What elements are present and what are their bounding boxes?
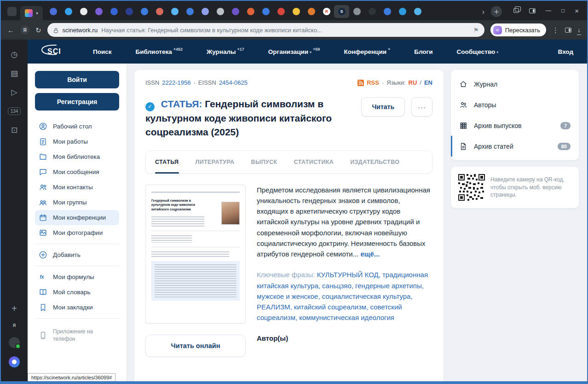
- retell-button[interactable]: « Пересказать: [490, 23, 546, 36]
- tab-favicon[interactable]: Я: [319, 5, 334, 18]
- tab-favicon[interactable]: [395, 5, 410, 18]
- nav-item-conferences[interactable]: Конференции+: [344, 48, 390, 55]
- notes-icon[interactable]: ▤: [11, 70, 18, 77]
- sidebar-item-messages[interactable]: Мои сообщения: [35, 164, 119, 180]
- counter-badge[interactable]: 134: [8, 107, 21, 115]
- sidebar-item-photos[interactable]: Мои фотографии: [35, 225, 119, 240]
- maximize-button[interactable]: □: [561, 8, 565, 13]
- tab-favicon[interactable]: [228, 5, 243, 18]
- article-tab[interactable]: СТАТЬЯ: [155, 151, 179, 173]
- contacts-icon: [39, 183, 47, 192]
- lang-en-link[interactable]: EN: [424, 79, 432, 86]
- article-tab[interactable]: ЛИТЕРАТУРА: [196, 151, 235, 173]
- refresh-icon[interactable]: ↻: [35, 27, 41, 34]
- sidebar-item-conferences[interactable]: Мои конференции: [35, 210, 119, 225]
- kebab-menu-icon[interactable]: ⋮: [552, 27, 559, 34]
- tab-favicon[interactable]: [106, 5, 121, 18]
- tab-favicon[interactable]: [91, 5, 106, 18]
- more-options-button[interactable]: ···: [411, 97, 432, 116]
- minimize-button[interactable]: —: [546, 8, 551, 13]
- sidebar-item-works[interactable]: Мои работы: [35, 134, 119, 149]
- sidebar-item-add[interactable]: Добавить: [35, 247, 119, 262]
- tab-favicon[interactable]: S: [334, 5, 349, 18]
- tab-favicon[interactable]: [258, 5, 273, 18]
- sidebar-item-bookmarks[interactable]: Мои закладки: [35, 300, 119, 315]
- sidebar-item-library[interactable]: Моя библиотека: [35, 149, 119, 164]
- nav-label: Конференции: [344, 48, 386, 55]
- tab-favicon[interactable]: [167, 5, 182, 18]
- tab-favicon[interactable]: [380, 5, 395, 18]
- alice-icon[interactable]: [9, 356, 20, 367]
- login-button[interactable]: Войти: [35, 71, 119, 88]
- nav-item-organizations[interactable]: Организации▾+59: [268, 48, 320, 55]
- site-logo[interactable]: SCI: [40, 44, 69, 59]
- read-button[interactable]: Читать: [361, 97, 405, 116]
- collections-icon[interactable]: [565, 28, 571, 33]
- right-nav-item-grid[interactable]: Архив выпусков7: [451, 115, 579, 136]
- nav-item-blogs[interactable]: Блоги: [414, 48, 432, 55]
- sidebar-item-formulas[interactable]: fxМои формулы: [35, 269, 119, 285]
- sidebar-item-phone[interactable]: Приложение на телефон: [35, 328, 119, 343]
- sidebar-item-desktop[interactable]: Рабочий стол: [35, 119, 119, 134]
- tab-favicon[interactable]: [243, 5, 258, 18]
- right-nav-item-home[interactable]: Журнал: [451, 74, 579, 94]
- tab-favicon[interactable]: [410, 5, 425, 18]
- tab-favicon[interactable]: [273, 5, 288, 18]
- address-bar[interactable]: scinetwork.ru Научная статья: Гендерный …: [47, 23, 484, 37]
- article-preview[interactable]: Гендерный символизм в культурном коде жи…: [145, 185, 246, 324]
- yandex-button[interactable]: Я: [20, 25, 29, 35]
- more-link[interactable]: ещё...: [360, 250, 380, 258]
- history-icon[interactable]: ◷: [11, 51, 18, 58]
- issn-link[interactable]: 2222-1956: [162, 79, 190, 86]
- article-tab[interactable]: ИЗДАТЕЛЬСТВО: [350, 151, 399, 173]
- rss-link[interactable]: RSS: [367, 79, 379, 86]
- profile-avatar[interactable]: [9, 337, 20, 348]
- tab-favicon[interactable]: [46, 5, 61, 18]
- lang-ru-link[interactable]: RU: [409, 79, 417, 86]
- sidebar-item-groups[interactable]: Мои группы: [35, 195, 119, 210]
- tab-favicon[interactable]: [152, 5, 167, 18]
- tab-favicon[interactable]: [61, 5, 76, 18]
- tab-favicon[interactable]: [121, 5, 137, 18]
- nav-item-community[interactable]: Сообщество▾: [457, 48, 499, 55]
- tab-favicon[interactable]: [364, 5, 380, 18]
- article-tab[interactable]: ВЫПУСК: [251, 151, 277, 173]
- yandex-mini-icon[interactable]: я: [13, 322, 16, 328]
- eissn-link[interactable]: 2454-0625: [219, 79, 248, 86]
- favicon-glyph: [171, 8, 179, 15]
- active-tab[interactable]: ▾: [20, 6, 43, 20]
- side-panel-icon[interactable]: [529, 8, 536, 13]
- right-nav-item-authors[interactable]: Авторы: [451, 94, 579, 115]
- overlap-windows-icon[interactable]: [513, 8, 519, 13]
- read-online-button[interactable]: Читать онлайн: [145, 335, 246, 357]
- tab-favicon[interactable]: [182, 5, 197, 18]
- screenshot-icon[interactable]: ⊡: [11, 126, 17, 134]
- sidebar-item-dictionary[interactable]: Мой словарь: [35, 285, 119, 300]
- chevron-down-icon[interactable]: ▾: [36, 11, 38, 16]
- tab-favicon[interactable]: [213, 5, 228, 18]
- browser-menu-icon[interactable]: [7, 7, 17, 16]
- nav-item-journals[interactable]: Журналы+17: [207, 48, 244, 55]
- tab-favicon[interactable]: [76, 5, 91, 18]
- video-icon[interactable]: ▷: [11, 88, 17, 96]
- nav-item-login[interactable]: Вход: [558, 48, 573, 55]
- add-panel-icon[interactable]: +: [12, 304, 17, 313]
- tab-favicon[interactable]: [197, 5, 213, 18]
- article-tab[interactable]: СТАТИСТИКА: [294, 151, 334, 173]
- right-nav-item-doc[interactable]: Архив статей80: [451, 136, 579, 157]
- back-icon[interactable]: ←: [7, 27, 14, 34]
- tab-scroll-icon[interactable]: ›: [482, 8, 484, 16]
- groups-icon: [39, 198, 47, 207]
- tab-favicon[interactable]: [288, 5, 304, 18]
- sidebar-item-contacts[interactable]: Мои контакты: [35, 180, 119, 195]
- tab-favicon[interactable]: [137, 5, 152, 18]
- nav-item-search[interactable]: Поиск: [93, 48, 112, 55]
- register-button[interactable]: Регистрация: [35, 93, 119, 111]
- new-tab-button[interactable]: +: [491, 6, 502, 17]
- download-icon[interactable]: ↓: [577, 26, 581, 34]
- tab-favicon[interactable]: [304, 5, 319, 18]
- nav-item-library[interactable]: Библиотека+452: [136, 48, 183, 55]
- bookmark-flag-icon[interactable]: ⚑: [473, 27, 479, 34]
- close-button[interactable]: ×: [575, 7, 579, 14]
- tab-favicon[interactable]: [349, 5, 364, 18]
